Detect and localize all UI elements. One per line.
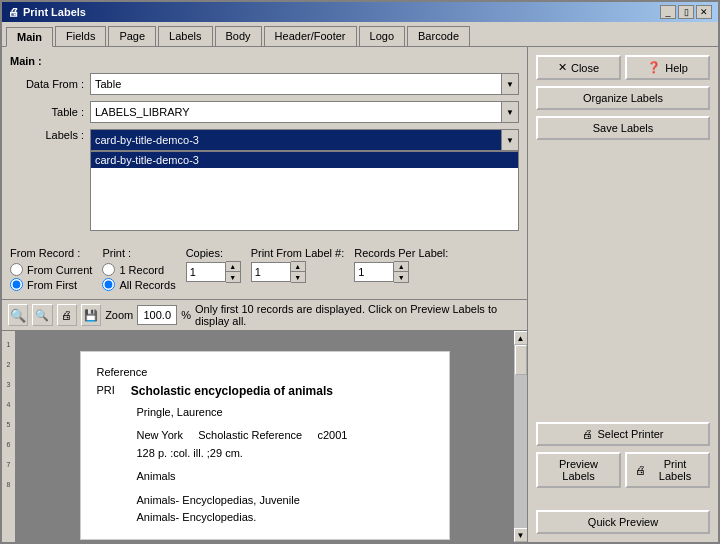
print-from-input[interactable]: 1 (251, 262, 291, 282)
help-icon: ❓ (647, 61, 661, 74)
one-record-radio[interactable] (102, 263, 115, 276)
close-button[interactable]: ✕ Close (536, 55, 621, 80)
zoom-out-button[interactable]: 🔍 (32, 304, 52, 326)
tab-fields[interactable]: Fields (55, 26, 106, 46)
data-from-row: Data From : Table ▼ (10, 73, 519, 95)
from-current-radio[interactable] (10, 263, 23, 276)
scroll-up-button[interactable]: ▲ (514, 331, 528, 345)
labels-list[interactable]: card-by-title-demco-3 (90, 151, 519, 231)
table-label: Table : (10, 106, 90, 118)
left-panel: Main : Data From : Table ▼ Table : (2, 47, 528, 542)
card-pages: 128 p. :col. ill. ;29 cm. (137, 447, 243, 459)
tab-barcode[interactable]: Barcode (407, 26, 470, 46)
one-record-row: 1 Record (102, 263, 175, 276)
from-first-label: From First (27, 279, 77, 291)
card-year: c2001 (318, 429, 348, 441)
copies-control: 1 ▲ ▼ (186, 261, 241, 283)
tab-labels[interactable]: Labels (158, 26, 212, 46)
print-from-up[interactable]: ▲ (291, 262, 305, 272)
title-bar-controls: _ ▯ ✕ (660, 5, 712, 19)
from-record-box: From Record : From Current From First (10, 247, 92, 291)
title-bar: 🖨 Print Labels _ ▯ ✕ (2, 2, 718, 22)
one-record-label: 1 Record (119, 264, 164, 276)
tab-main[interactable]: Main (6, 27, 53, 47)
print-labels-button[interactable]: 🖨 Print Labels (625, 452, 710, 488)
subject1-line: Animals (137, 468, 433, 485)
help-label: Help (665, 62, 688, 74)
scroll-thumb[interactable] (515, 345, 527, 375)
labels-arrow[interactable]: ▼ (501, 129, 519, 151)
preview-labels-button[interactable]: Preview Labels (536, 452, 621, 488)
copies-up[interactable]: ▲ (226, 262, 240, 272)
zoom-unit: % (181, 309, 191, 321)
print-from-down[interactable]: ▼ (291, 272, 305, 282)
minimize-button[interactable]: _ (660, 5, 676, 19)
zoom-input[interactable]: 100.0 (137, 305, 177, 325)
print-from-label: Print From Label #: (251, 247, 345, 259)
quick-preview-button[interactable]: Quick Preview (536, 510, 710, 534)
scroll-down-button[interactable]: ▼ (514, 528, 528, 542)
select-printer-button[interactable]: 🖨 Select Printer (536, 422, 710, 446)
copies-group: Copies: 1 ▲ ▼ (186, 247, 241, 283)
tab-body[interactable]: Body (215, 26, 262, 46)
copies-input[interactable]: 1 (186, 262, 226, 282)
organize-labels-button[interactable]: Organize Labels (536, 86, 710, 110)
window-title: Print Labels (23, 6, 86, 18)
print-from-spinner: ▲ ▼ (291, 261, 306, 283)
save-labels-button[interactable]: Save Labels (536, 116, 710, 140)
print-from-control: 1 ▲ ▼ (251, 261, 345, 283)
records-per-label-down[interactable]: ▼ (394, 272, 408, 282)
tab-page[interactable]: Page (108, 26, 156, 46)
from-current-row: From Current (10, 263, 92, 276)
toolbar-info: Only first 10 records are displayed. Cli… (195, 303, 521, 327)
card-subject1: Animals (137, 470, 176, 482)
label-card: Reference PRI Scholastic encyclopedia of… (80, 351, 450, 540)
labels-selected-display[interactable]: card-by-title-demco-3 (90, 129, 519, 151)
tab-header-footer[interactable]: Header/Footer (264, 26, 357, 46)
zoom-in-button[interactable]: 🔍 (8, 304, 28, 326)
table-row: Table : LABELS_LIBRARY ▼ (10, 101, 519, 123)
subject2-line: Animals- Encyclopedias, Juvenile (137, 492, 433, 509)
copies-down[interactable]: ▼ (226, 272, 240, 282)
records-per-label-spinner: ▲ ▼ (394, 261, 409, 283)
save-button[interactable]: 💾 (81, 304, 101, 326)
from-current-label: From Current (27, 264, 92, 276)
copies-spinner: ▲ ▼ (226, 261, 241, 283)
from-first-radio[interactable] (10, 278, 23, 291)
table-select[interactable]: LABELS_LIBRARY (90, 101, 519, 123)
data-from-select[interactable]: Table (90, 73, 519, 95)
from-record-label: From Record : (10, 247, 92, 259)
help-button[interactable]: ❓ Help (625, 55, 710, 80)
print-label: Print : (102, 247, 175, 259)
close-window-button[interactable]: ✕ (696, 5, 712, 19)
table-arrow[interactable]: ▼ (501, 101, 519, 123)
card-author: Pringle, Laurence (137, 406, 223, 418)
labels-area: card-by-title-demco-3 ▼ card-by-title-de… (90, 129, 519, 237)
restore-button[interactable]: ▯ (678, 5, 694, 19)
tab-logo[interactable]: Logo (359, 26, 405, 46)
pri-title-line: PRI Scholastic encyclopedia of animals (97, 382, 433, 400)
data-from-arrow[interactable]: ▼ (501, 73, 519, 95)
records-per-label-up[interactable]: ▲ (394, 262, 408, 272)
ref-word: Reference (97, 364, 148, 381)
subject3-line: Animals- Encyclopedias. (137, 509, 433, 526)
title-bar-left: 🖨 Print Labels (8, 6, 86, 18)
from-first-row: From First (10, 278, 92, 291)
preview-labels-label: Preview Labels (546, 458, 611, 482)
quick-preview-label: Quick Preview (588, 516, 658, 528)
vertical-scrollbar[interactable]: ▲ ▼ (513, 331, 527, 542)
records-per-label-input[interactable]: 1 (354, 262, 394, 282)
preview-area[interactable]: 1 2 3 4 5 6 7 8 Reference PRI (2, 331, 527, 542)
print-button[interactable]: 🖨 (57, 304, 77, 326)
print-labels-window: 🖨 Print Labels _ ▯ ✕ Main Fields Page La… (0, 0, 720, 544)
scroll-track[interactable] (514, 345, 528, 528)
organize-label: Organize Labels (583, 92, 663, 104)
print-labels-icon: 🖨 (635, 464, 646, 476)
data-from-wrapper: Table ▼ (90, 73, 519, 95)
records-per-label-section: Records Per Label: 1 ▲ ▼ (354, 247, 448, 283)
all-records-radio[interactable] (102, 278, 115, 291)
list-item[interactable]: card-by-title-demco-3 (91, 152, 518, 168)
all-records-row: All Records (102, 278, 175, 291)
spacer (536, 146, 710, 416)
zoom-label: Zoom (105, 309, 133, 321)
